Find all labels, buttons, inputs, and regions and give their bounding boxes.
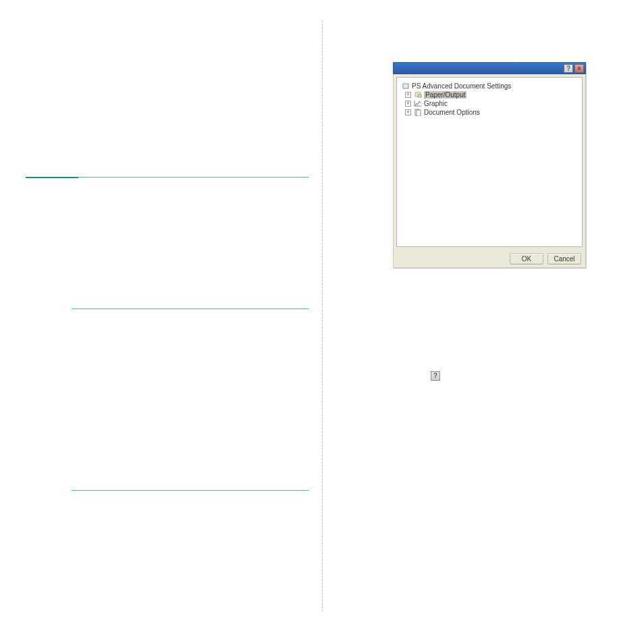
graphic-icon (413, 100, 422, 107)
document-options-icon (413, 109, 422, 116)
advanced-settings-dialog: ? × PS Advanced Document Settings + (393, 62, 586, 268)
close-icon[interactable]: × (574, 64, 584, 73)
ok-button[interactable]: OK (510, 253, 543, 265)
tree-item-graphic[interactable]: Graphic (424, 100, 448, 107)
settings-tree[interactable]: PS Advanced Document Settings + Paper/Ou… (396, 77, 583, 247)
tree-item-document-options[interactable]: Document Options (424, 109, 480, 116)
settings-icon (401, 82, 410, 90)
left-column (26, 20, 309, 614)
column-divider (322, 20, 323, 612)
subsection-rule (72, 490, 309, 491)
svg-rect-1 (418, 95, 421, 97)
expander-icon[interactable]: + (405, 109, 411, 115)
cancel-button[interactable]: Cancel (547, 253, 581, 265)
tree-root-label: PS Advanced Document Settings (412, 82, 511, 90)
expander-icon[interactable]: + (405, 92, 411, 98)
help-icon: ? (431, 371, 440, 381)
section-rule-accent (26, 177, 78, 178)
help-icon[interactable]: ? (564, 64, 573, 73)
expander-icon[interactable]: + (405, 101, 411, 107)
dialog-titlebar[interactable]: ? × (393, 62, 586, 74)
subsection-rule (72, 308, 309, 309)
dialog-footer: OK Cancel (393, 250, 586, 268)
tree-item-paper-output[interactable]: Paper/Output (424, 91, 466, 99)
svg-rect-3 (417, 110, 421, 116)
paper-output-icon (413, 91, 422, 99)
dialog-body: PS Advanced Document Settings + Paper/Ou… (393, 74, 586, 250)
